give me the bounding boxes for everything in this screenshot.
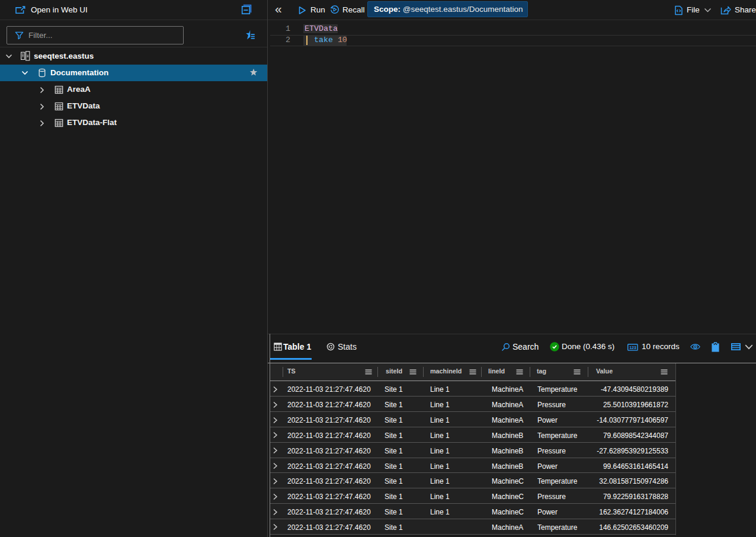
svg-text:123: 123: [629, 346, 636, 350]
